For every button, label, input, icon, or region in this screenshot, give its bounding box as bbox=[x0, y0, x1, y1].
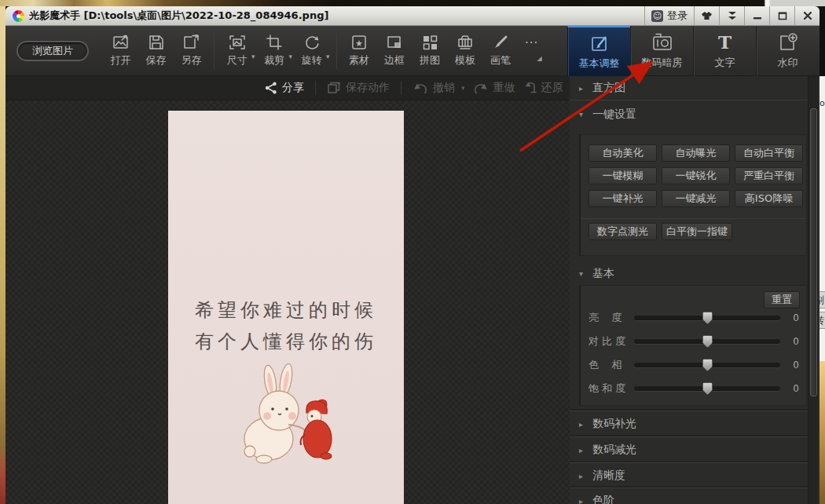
auto-beautify-button[interactable]: 自动美化 bbox=[588, 144, 657, 162]
app-logo-icon bbox=[13, 10, 24, 22]
material-star-icon: ★ bbox=[351, 34, 367, 51]
undo-icon bbox=[412, 82, 428, 94]
save-floppy-icon bbox=[148, 34, 164, 51]
dropdown-arrow-icon[interactable]: ▾ bbox=[289, 53, 293, 60]
one-key-fill-light-button[interactable]: 一键补光 bbox=[588, 190, 657, 207]
open-image-icon bbox=[112, 34, 130, 51]
brush-button[interactable]: 画笔 bbox=[483, 31, 519, 71]
material-button[interactable]: ★ 素材 bbox=[342, 31, 377, 71]
collage-grid-icon bbox=[422, 34, 438, 51]
svg-text:★: ★ bbox=[355, 38, 363, 49]
section-levels[interactable]: ▸ 色阶 bbox=[570, 488, 808, 504]
hue-slider[interactable] bbox=[634, 363, 780, 367]
resize-button[interactable]: 尺寸 bbox=[219, 31, 255, 71]
template-button[interactable]: 模板 bbox=[448, 31, 483, 71]
dropdown-arrow-icon[interactable]: ▾ bbox=[326, 53, 330, 60]
tab-digital-darkroom[interactable]: 数码暗房 bbox=[630, 26, 693, 76]
contrast-slider-row: 对 比 度 0 bbox=[588, 335, 802, 348]
undo-button[interactable]: 撤销 ▾ bbox=[412, 81, 465, 95]
slider-thumb[interactable] bbox=[702, 312, 713, 324]
minimize-button[interactable] bbox=[744, 6, 769, 26]
edge-button-fragment: 别 bbox=[819, 291, 825, 309]
brightness-slider[interactable] bbox=[634, 316, 780, 320]
watermark-icon bbox=[777, 32, 799, 53]
share-button[interactable]: 分享 bbox=[265, 81, 304, 95]
scrollbar-thumb[interactable] bbox=[810, 108, 817, 396]
skin-theme-button[interactable] bbox=[694, 6, 719, 26]
section-digital-fill-light[interactable]: ▸ 数码补光 bbox=[570, 411, 808, 436]
chevron-down-icon: ▾ bbox=[579, 110, 585, 119]
redo-icon bbox=[473, 82, 489, 94]
brush-icon bbox=[492, 34, 509, 51]
panel-scrollbar[interactable] bbox=[808, 76, 818, 504]
minimize-icon bbox=[753, 11, 762, 20]
login-label: 登录 bbox=[667, 9, 688, 23]
toolbar-separator bbox=[336, 33, 337, 69]
restore-button[interactable]: 还原 bbox=[523, 81, 563, 95]
slider-thumb[interactable] bbox=[702, 382, 713, 395]
browse-images-button[interactable]: 浏览图片 bbox=[16, 41, 89, 61]
chevron-right-icon: ▸ bbox=[579, 84, 585, 93]
crop-button[interactable]: 裁剪 bbox=[257, 31, 292, 71]
dropdown-arrow-icon[interactable]: ▾ bbox=[251, 53, 255, 60]
tab-basic-adjust[interactable]: 基本调整 bbox=[567, 26, 630, 76]
maximize-button[interactable] bbox=[769, 6, 794, 26]
photo-caption-line2: 有个人懂得你的伤 bbox=[168, 329, 404, 354]
tab-text[interactable]: T 文字 bbox=[693, 26, 756, 76]
chevron-right-icon: ▸ bbox=[579, 420, 585, 429]
chevron-right-icon: ▸ bbox=[579, 497, 585, 504]
high-iso-denoise-button[interactable]: 高ISO降噪 bbox=[735, 190, 803, 207]
save-action-button[interactable]: 保存动作 bbox=[327, 81, 390, 95]
saturation-slider[interactable] bbox=[634, 386, 780, 391]
rotate-button[interactable]: 旋转 bbox=[294, 31, 329, 71]
open-button[interactable]: 打开 bbox=[103, 31, 138, 71]
mode-tab-bar: 基本调整 数码暗房 T 文字 水印 bbox=[567, 26, 819, 76]
redo-button[interactable]: 重做 bbox=[473, 81, 515, 95]
save-as-button[interactable]: 另存 bbox=[174, 31, 209, 71]
section-basic[interactable]: ▾ 基本 bbox=[570, 261, 808, 286]
more-tools-button[interactable]: ··· ◢ bbox=[519, 31, 545, 71]
white-balance-one-key-button[interactable]: 白平衡一指键 bbox=[662, 223, 732, 240]
contrast-slider[interactable] bbox=[634, 339, 780, 344]
actionbar-separator bbox=[401, 81, 402, 95]
severe-white-balance-button[interactable]: 严重白平衡 bbox=[735, 167, 803, 184]
edge-text-fragment: o bbox=[820, 98, 825, 108]
tab-watermark[interactable]: 水印 bbox=[756, 26, 819, 76]
section-one-key-settings[interactable]: ▾ 一键设置 bbox=[570, 102, 808, 126]
section-clarity[interactable]: ▸ 清晰度 bbox=[570, 462, 808, 488]
close-button[interactable] bbox=[794, 6, 820, 26]
login-button[interactable]: ☺ 登录 bbox=[644, 6, 694, 26]
section-digital-dim-light[interactable]: ▸ 数码减光 bbox=[570, 436, 808, 462]
shirt-icon bbox=[701, 11, 713, 20]
slider-thumb[interactable] bbox=[702, 335, 713, 348]
basic-adjust-box: 重置 亮 度 0 对 比 度 0 色 相 0 bbox=[579, 285, 807, 406]
rotate-icon bbox=[304, 34, 320, 51]
restore-icon bbox=[523, 82, 537, 94]
frame-button[interactable]: 边框 bbox=[377, 31, 412, 71]
auto-white-balance-button[interactable]: 自动白平衡 bbox=[735, 144, 803, 162]
template-icon bbox=[456, 34, 474, 51]
corner-triangle-icon: ◢ bbox=[537, 55, 541, 62]
editor-canvas[interactable]: 希望你难过的时候 有个人懂得你的伤 bbox=[6, 100, 570, 504]
one-key-dim-light-button[interactable]: 一键减光 bbox=[662, 190, 730, 207]
digital-spot-metering-button[interactable]: 数字点测光 bbox=[588, 223, 657, 240]
window-title: 光影魔术手 [D:\tools\桌面\图片\2022-10-28_084946.… bbox=[29, 9, 328, 23]
save-button[interactable]: 保存 bbox=[138, 31, 174, 71]
panel-divider bbox=[581, 218, 806, 219]
reset-button[interactable]: 重置 bbox=[764, 291, 800, 309]
double-chevron-down-icon bbox=[728, 12, 737, 20]
adjustment-panel: ▸ 直方图 ▾ 一键设置 自动美化 自动曝光 自动白平衡 一键模糊 一键锐化 严… bbox=[570, 76, 820, 504]
one-key-sharpen-button[interactable]: 一键锐化 bbox=[662, 167, 730, 184]
toolbar-separator bbox=[214, 33, 214, 69]
section-histogram[interactable]: ▸ 直方图 bbox=[570, 76, 808, 100]
share-icon bbox=[265, 82, 277, 94]
maximize-icon bbox=[778, 11, 787, 20]
camera-icon bbox=[651, 32, 673, 53]
one-key-blur-button[interactable]: 一键模糊 bbox=[588, 167, 657, 184]
undo-dropdown-arrow-icon[interactable]: ▾ bbox=[461, 84, 465, 92]
collapse-window-button[interactable] bbox=[719, 6, 744, 26]
main-toolbar: 浏览图片 打开 保存 另存 尺寸 ▾ bbox=[6, 26, 820, 76]
auto-exposure-button[interactable]: 自动曝光 bbox=[662, 144, 730, 162]
collage-button[interactable]: 拼图 bbox=[412, 31, 448, 71]
slider-thumb[interactable] bbox=[702, 359, 713, 371]
